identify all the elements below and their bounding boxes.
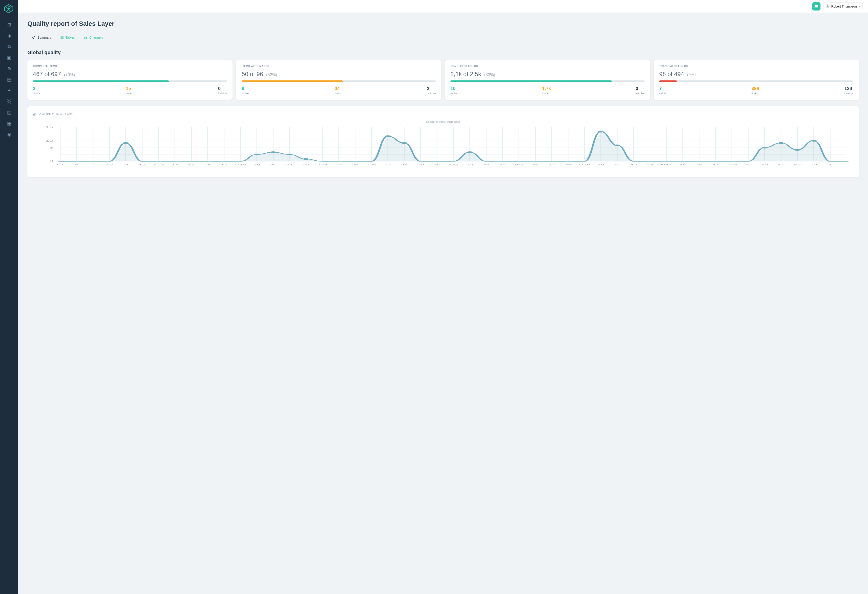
svg-rect-4	[34, 114, 34, 115]
progress-bar	[242, 80, 436, 82]
chart-dot-zero	[533, 161, 537, 162]
card-label: COMPLETED FIELDS	[450, 65, 645, 67]
layers-icon[interactable]: ⧉	[4, 42, 14, 51]
page-title: Quality report of Sales Layer	[27, 20, 859, 27]
chart-x-label: A31	[448, 164, 459, 166]
stat-label: visible	[33, 92, 40, 95]
stat-item: 0 invisible	[218, 86, 227, 95]
chart-dot	[467, 151, 472, 153]
svg-rect-5	[35, 113, 35, 115]
tab-summary[interactable]: ⏱ Summary	[27, 33, 56, 42]
activity-chart-svg: 15 10 5 0 F789101112A1314151617M18192021…	[33, 125, 853, 171]
image-icon[interactable]: ▨	[4, 108, 14, 117]
chart-x-label: 8	[75, 164, 78, 166]
stat-label: invisible	[427, 92, 436, 95]
svg-rect-3	[33, 114, 34, 115]
briefcase-icon[interactable]: ▤	[4, 75, 14, 84]
chart-x-label: 47	[712, 164, 719, 166]
user-icon	[826, 4, 830, 9]
summary-tab-icon: ⏱	[32, 35, 35, 40]
location-icon[interactable]: ⊕	[4, 64, 14, 73]
chart-dot-zero	[648, 161, 652, 162]
chart-dot-zero	[730, 161, 734, 162]
chart-x-label: 11	[123, 164, 129, 166]
stat-item: 0 invisible	[636, 86, 645, 95]
quality-card-0: COMPLETE ITEMS 467 of 697 (70%) 2 visibl…	[27, 60, 233, 100]
stat-item: 399 drafts	[751, 86, 759, 95]
link-icon[interactable]: ⛓	[4, 97, 14, 106]
chart-dot-zero	[107, 161, 111, 162]
svg-text:5: 5	[49, 146, 53, 149]
award-icon[interactable]: ✦	[4, 86, 14, 95]
chart-x-label: 29	[417, 164, 424, 166]
tab-channels[interactable]: ⛓ Channels	[79, 33, 107, 42]
chart-x-label: J23	[317, 164, 327, 166]
chevron-down-icon: ▾	[859, 5, 860, 8]
quality-card-3: TRANSLATED FIELDS 98 of 494 (9%) 7 visib…	[654, 60, 859, 100]
chart-x-label: N44	[661, 164, 672, 166]
chart-x-label: 20	[270, 164, 277, 166]
chart-dot	[385, 135, 391, 137]
chart-x-label: 16	[204, 164, 211, 166]
chart-x-label: 40	[597, 164, 604, 166]
chart-dot-zero	[664, 161, 668, 162]
main-content: Robert Thompson ▾ Quality report of Sale…	[18, 0, 868, 594]
chart-dot-zero	[74, 161, 78, 162]
stat-item: 2 visible	[33, 86, 40, 95]
chart-x-label: O39	[579, 164, 590, 166]
chart-x-label: 17	[221, 164, 227, 166]
document-icon[interactable]: ▣	[4, 53, 14, 62]
chart-dot-zero	[140, 161, 144, 162]
chart-dot	[811, 140, 816, 142]
stat-label: visible	[450, 92, 458, 95]
stat-item: 10 visible	[450, 86, 458, 95]
chart-dot-zero	[156, 161, 161, 162]
folder-icon[interactable]: ▦	[4, 119, 14, 128]
stat-value: 10	[450, 86, 458, 91]
dashboard-icon[interactable]: ⊞	[4, 20, 14, 29]
progress-bar	[33, 80, 227, 82]
card-stats: 10 visible 1,7k drafts 0 invisible	[450, 86, 645, 95]
card-percent: (52%)	[266, 72, 277, 77]
chart-dot-zero	[697, 161, 701, 162]
chart-x-label: 22	[303, 164, 309, 166]
chat-sidebar-icon[interactable]: ◉	[4, 130, 14, 139]
chart-dot	[270, 151, 276, 153]
stat-value: 34	[335, 86, 341, 91]
chart-x-label: 34	[499, 164, 506, 166]
chart-x-label: 15	[188, 164, 195, 166]
stat-label: drafts	[126, 92, 132, 95]
chart-x-label: 52	[794, 164, 801, 166]
chart-x-label: 36	[532, 164, 539, 166]
chart-dot-zero	[828, 161, 832, 162]
chart-x-label: 50	[761, 164, 768, 166]
chart-dot	[254, 154, 260, 155]
card-stats: 2 visible 15 drafts 0 invisible	[33, 86, 227, 95]
card-percent: (83%)	[484, 72, 495, 77]
activity-bar-icon	[33, 112, 37, 116]
chart-dot-zero	[58, 161, 62, 162]
chart-dot	[123, 142, 128, 144]
stat-label: visible	[242, 92, 249, 95]
svg-text:0: 0	[49, 160, 53, 163]
card-percent: (9%)	[687, 72, 696, 77]
tags-icon[interactable]: ◈	[4, 31, 14, 40]
app-logo[interactable]	[4, 4, 15, 15]
tab-tables[interactable]: ▦ Tables	[56, 33, 79, 42]
stat-value: 7	[659, 86, 666, 91]
chart-x-label: 45	[679, 164, 686, 166]
chart-dot-zero	[418, 161, 422, 162]
chart-x-label: 35S	[514, 164, 524, 166]
chart-dot-zero	[189, 161, 193, 162]
chat-button[interactable]	[812, 2, 821, 10]
card-value: 467 of 697 (70%)	[33, 71, 227, 78]
progress-fill	[659, 80, 677, 82]
chart-x-label: 33	[483, 164, 490, 166]
user-menu[interactable]: Robert Thompson ▾	[823, 3, 862, 10]
chart-x-label: J26	[367, 164, 376, 166]
chart-dot	[778, 142, 784, 144]
chart-dot	[287, 154, 292, 155]
stat-label: drafts	[751, 92, 758, 95]
card-value: 50 of 96 (52%)	[242, 71, 436, 78]
chart-dot-zero	[583, 161, 587, 162]
